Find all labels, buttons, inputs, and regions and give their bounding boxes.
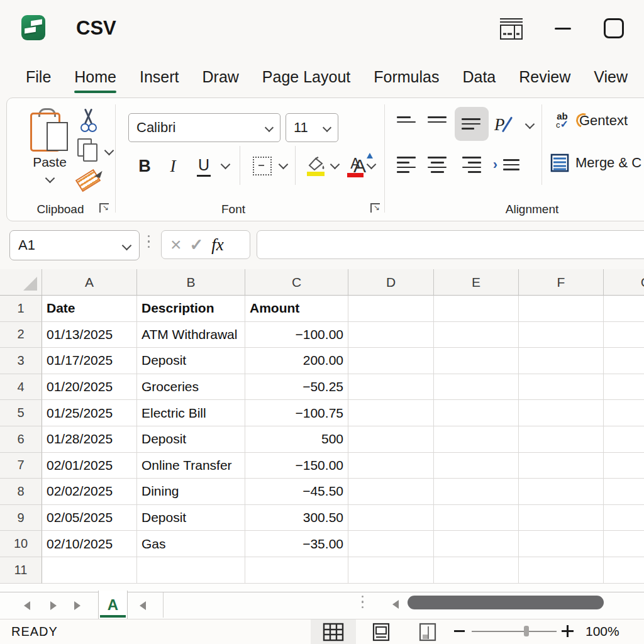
zoom-slider-track[interactable] xyxy=(472,631,557,632)
col-header-B[interactable]: B xyxy=(137,269,245,296)
cell-B9[interactable]: Deposit xyxy=(137,505,245,531)
row-header-2[interactable]: 2 xyxy=(0,322,42,348)
cell-E11[interactable] xyxy=(434,557,519,584)
cell-F1[interactable] xyxy=(519,296,604,322)
cell-B2[interactable]: ATM Withdrawal xyxy=(137,322,245,348)
cell-F4[interactable] xyxy=(519,374,604,401)
row-header-1[interactable]: 1 xyxy=(0,296,42,322)
row-header-6[interactable]: 6 xyxy=(0,426,42,453)
align-bottom-button-selected[interactable] xyxy=(455,107,489,141)
cell-F11[interactable] xyxy=(519,557,604,584)
cell-G9[interactable] xyxy=(604,505,644,531)
cell-A6[interactable]: 01/28/2025 xyxy=(42,426,137,453)
bold-button[interactable]: B xyxy=(134,152,155,180)
row-header-11[interactable]: 11 xyxy=(0,557,42,584)
clipboard-dialog-launcher-icon[interactable]: ↘ xyxy=(99,203,109,213)
col-header-A[interactable]: A xyxy=(42,269,137,296)
cell-C6[interactable]: 500 xyxy=(245,426,348,453)
cell-D8[interactable] xyxy=(348,479,434,505)
col-header-F[interactable]: F xyxy=(519,269,604,296)
cell-C1[interactable]: Amount xyxy=(245,296,348,322)
cell-G1[interactable] xyxy=(604,296,644,322)
cell-D9[interactable] xyxy=(348,505,434,531)
cell-C2[interactable]: −100.00 xyxy=(245,322,348,348)
fill-color-button[interactable] xyxy=(303,152,329,180)
cell-E8[interactable] xyxy=(434,479,519,505)
minimize-icon[interactable] xyxy=(555,28,571,30)
align-right-button[interactable] xyxy=(458,152,484,177)
cell-F8[interactable] xyxy=(519,479,604,505)
insert-function-icon[interactable]: fx xyxy=(211,235,224,255)
cell-G6[interactable] xyxy=(604,426,644,453)
cell-G11[interactable] xyxy=(604,557,644,584)
zoom-out-icon[interactable] xyxy=(454,630,465,632)
cell-D7[interactable] xyxy=(348,453,434,479)
tab-page-layout[interactable]: Page Layout xyxy=(262,62,350,94)
tab-draw[interactable]: Draw xyxy=(203,62,239,94)
cell-E9[interactable] xyxy=(434,505,519,531)
row-header-4[interactable]: 4 xyxy=(0,374,42,401)
enter-icon[interactable]: ✓ xyxy=(190,235,204,255)
next-sheet-icon[interactable] xyxy=(74,601,80,610)
tab-formulas[interactable]: Formulas xyxy=(374,62,439,94)
cell-C10[interactable]: −35.00 xyxy=(245,531,348,557)
cell-E5[interactable] xyxy=(434,400,519,426)
align-left-button[interactable] xyxy=(394,152,419,177)
cell-B8[interactable]: Dining xyxy=(137,479,245,505)
page-break-preview-icon[interactable] xyxy=(419,623,436,641)
cell-G4[interactable] xyxy=(604,374,644,401)
cell-B1[interactable]: Description xyxy=(137,296,245,322)
normal-view-button[interactable] xyxy=(311,619,356,644)
chevron-down-icon[interactable] xyxy=(525,119,535,130)
cell-C9[interactable]: 300.50 xyxy=(245,505,348,531)
tab-review[interactable]: Review xyxy=(519,62,570,94)
select-all-corner[interactable] xyxy=(0,269,42,296)
cell-A7[interactable]: 02/01/2025 xyxy=(42,453,137,479)
next-sheet-icon[interactable] xyxy=(50,601,57,610)
row-header-5[interactable]: 5 xyxy=(0,400,42,426)
row-header-9[interactable]: 9 xyxy=(0,505,42,531)
row-header-8[interactable]: 8 xyxy=(0,479,42,505)
cell-E10[interactable] xyxy=(434,531,519,557)
copy-button[interactable] xyxy=(76,138,101,164)
cell-B11[interactable] xyxy=(137,557,245,584)
cell-E6[interactable] xyxy=(434,426,519,453)
cell-F7[interactable] xyxy=(519,453,604,479)
cell-A9[interactable]: 02/05/2025 xyxy=(42,505,137,531)
underline-button[interactable]: U xyxy=(193,152,214,180)
cell-G8[interactable] xyxy=(604,479,644,505)
cell-D4[interactable] xyxy=(348,374,434,401)
merge-and-center-button[interactable]: Merge & C xyxy=(550,153,644,172)
cell-B7[interactable]: Online Transfer xyxy=(137,453,245,479)
cell-E1[interactable] xyxy=(434,296,519,322)
row-header-3[interactable]: 3 xyxy=(0,348,42,374)
page-layout-view-icon[interactable] xyxy=(372,623,390,641)
cell-E3[interactable] xyxy=(434,348,519,374)
name-box[interactable]: A1 xyxy=(9,230,140,260)
cell-C11[interactable] xyxy=(245,557,348,584)
cell-A3[interactable]: 01/17/2025 xyxy=(42,348,137,374)
tab-home[interactable]: Home xyxy=(74,62,116,94)
italic-button[interactable]: I xyxy=(164,152,182,180)
cell-B6[interactable]: Deposit xyxy=(137,426,245,453)
row-header-10[interactable]: 10 xyxy=(0,531,42,557)
tab-data[interactable]: Data xyxy=(462,62,496,94)
row-header-7[interactable]: 7 xyxy=(0,453,42,479)
chevron-down-icon[interactable] xyxy=(221,160,231,170)
cell-D6[interactable] xyxy=(348,426,434,453)
tab-insert[interactable]: Insert xyxy=(140,62,179,94)
align-middle-button[interactable] xyxy=(425,107,450,132)
first-sheet-icon[interactable] xyxy=(24,601,30,610)
formula-input[interactable] xyxy=(257,230,644,259)
font-dialog-launcher-icon[interactable]: ↘ xyxy=(370,203,380,213)
cell-A1[interactable]: Date xyxy=(42,296,137,322)
chevron-down-icon[interactable] xyxy=(279,160,289,170)
cell-D1[interactable] xyxy=(348,296,434,322)
ribbon-display-options-icon[interactable] xyxy=(498,17,525,41)
tab-file[interactable]: File xyxy=(26,62,51,94)
cancel-icon[interactable]: × xyxy=(170,235,182,254)
wrap-text-button[interactable]: abc✓ Gentext xyxy=(550,112,628,129)
horizontal-scrollbar-thumb[interactable] xyxy=(408,596,604,609)
orientation-button[interactable]: P xyxy=(494,112,519,137)
font-size-select[interactable]: 11 xyxy=(286,113,338,142)
